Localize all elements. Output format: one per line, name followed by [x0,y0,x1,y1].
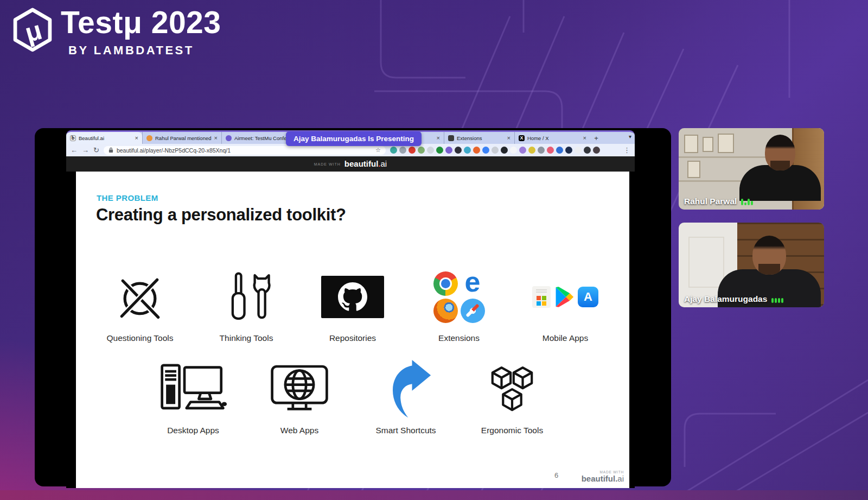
toolkit-item: Smart Shortcuts [353,357,459,435]
extension-icon[interactable] [445,147,452,154]
reload-button[interactable]: ↻ [93,147,99,154]
tab-mention[interactable]: Rahul Parwal mentioned you i... × [142,132,221,144]
beautiful-ai-logo: beautiful.ai [344,159,387,169]
extension-icon[interactable] [593,147,600,154]
presenting-banner: Ajay Balamurugadas Is Presenting [286,131,422,146]
airmeet-favicon [226,135,232,141]
crossed-circle-icon [114,265,166,329]
extension-icon[interactable] [510,147,517,154]
extension-icon[interactable] [473,147,480,154]
browser-window: b Beautiful.ai × Rahul Parwal mentioned … [66,130,635,488]
tab-beautiful-ai[interactable]: b Beautiful.ai × [66,132,142,144]
extension-icon[interactable] [409,147,416,154]
extension-icon[interactable] [501,147,508,154]
close-icon[interactable]: × [135,135,138,141]
toolkit-item: Questioning Tools [87,265,193,343]
extension-icon[interactable] [519,147,526,154]
toolkit-item-label: Thinking Tools [220,333,273,343]
tab-title: Extensions [457,135,505,141]
photo-frame [687,161,700,178]
toolkit-item-label: Smart Shortcuts [375,426,436,435]
tab-title: Beautiful.ai [79,135,132,141]
new-tab-button[interactable]: + [590,134,602,142]
extension-icon[interactable] [528,147,535,154]
participant-name-bar: Rahul Parwal [684,197,753,206]
tab-search-icon[interactable]: ▾ [629,134,631,140]
extension-icon[interactable] [436,147,443,154]
extension-icon[interactable] [547,147,554,154]
extension-icon[interactable] [556,147,563,154]
extension-icon[interactable] [492,147,499,154]
close-icon[interactable]: × [507,135,510,141]
extension-icon[interactable] [464,147,471,154]
extension-icon[interactable] [482,147,489,154]
safari-icon [461,299,485,323]
video-feed-ajay[interactable]: Ajay Balamurugadas [679,223,824,307]
toolkit-item: Repositories [299,265,406,343]
extension-icon[interactable] [575,147,582,154]
toolkit-item-label: Ergonomic Tools [481,426,543,435]
participant-name: Ajay Balamurugadas [684,294,767,304]
back-button[interactable]: ← [71,147,78,154]
address-bar[interactable]: beautiful.ai/player/-NbzP5dCCq-20-x85Xnq… [104,146,386,155]
tab-extensions[interactable]: Extensions × [444,132,514,144]
slide-kicker: THE PROBLEM [97,193,158,202]
close-icon[interactable]: × [437,135,440,141]
testmu-hexagon-icon: μ [10,7,55,59]
extension-icons-row [390,147,619,154]
audio-level-icon [741,199,753,206]
toolkit-item-label: Web Apps [280,426,318,435]
close-icon[interactable]: × [214,135,218,141]
close-icon[interactable]: × [583,135,586,141]
toolkit-item: A Mobile Apps [512,265,618,343]
notification-favicon [146,135,152,141]
photo-frame [703,137,713,152]
toolkit-item: Web Apps [246,357,353,435]
browser-menu-icon[interactable]: ⋮ [623,146,630,154]
extension-icon[interactable] [455,147,462,154]
toolkit-item-label: Desktop Apps [167,426,219,435]
google-play-icon [554,286,574,308]
beautiful-ai-footer-logo: MADE WITH beautiful.ai [582,470,624,484]
participant-name-bar: Ajay Balamurugadas [684,294,783,304]
extension-icon[interactable] [565,147,572,154]
toolkit-item: e Extensions [406,265,512,343]
event-logo: μ Testμ 2023 BY LAMBDATEST [10,7,221,59]
made-with-label: MADE WITH [314,162,341,166]
photo-frame [684,135,698,153]
github-icon [321,265,384,329]
globe-monitor-icon [269,357,330,421]
player-header-bar: MADE WITH beautiful.ai [66,156,635,172]
toolkit-item-label: Questioning Tools [107,333,174,343]
slide-page-number: 6 [554,471,558,479]
tab-title: Rahul Parwal mentioned you i... [155,135,212,141]
presentation-slide: THE PROBLEM Creating a personalized tool… [76,172,629,488]
desktop-computer-icon [159,357,227,421]
extension-icon[interactable] [390,147,397,154]
extension-icon[interactable] [418,147,425,154]
bookmark-icon[interactable]: ☆ [375,147,381,154]
slide-title: Creating a personalized toolkit? [96,205,346,225]
toolkit-item-label: Mobile Apps [542,333,588,343]
url-text: beautiful.ai/player/-NbzP5dCCq-20-x85Xnq… [117,147,372,154]
screen-share-frame: b Beautiful.ai × Rahul Parwal mentioned … [35,128,671,486]
forward-button[interactable]: → [82,147,89,154]
video-feed-rahul[interactable]: Rahul Parwal [679,128,824,210]
microsoft-store-icon [532,286,551,308]
extension-icon[interactable] [427,147,434,154]
tab-home-x[interactable]: X Home / X × [514,132,590,144]
toolkit-item: Desktop Apps [140,357,246,435]
event-title: Testμ 2023 [61,7,221,39]
event-subtitle: BY LAMBDATEST [68,43,221,58]
photo-frame [718,134,734,153]
extension-icon[interactable] [584,147,591,154]
lock-icon [108,147,113,153]
extension-icon[interactable] [538,147,545,154]
curved-arrow-icon [379,357,432,421]
browser-logos-icon: e [432,265,486,329]
svg-text:μ: μ [22,15,46,48]
extension-icon[interactable] [399,147,406,154]
toolkit-row-1: Questioning Tools [87,265,618,343]
cubes-icon [484,357,540,421]
extensions-favicon [448,135,454,141]
